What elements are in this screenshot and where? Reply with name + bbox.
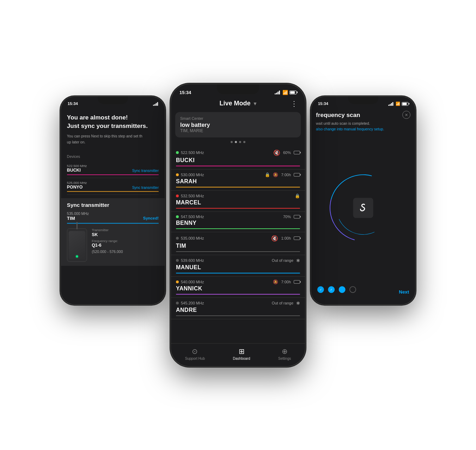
device-list: 522.500 MHz 🔇 60% BUCKI bbox=[171, 147, 305, 343]
status-dot-sarah bbox=[176, 173, 179, 176]
freq-scan-sub: wait until auto scan is completed. also … bbox=[311, 121, 415, 134]
device-row-yannick[interactable]: 540.000 MHz 🔕 7:00h YANNICK bbox=[171, 277, 305, 298]
left-phone: 15:34 You are almost done!Just sync your… bbox=[61, 97, 165, 304]
device-row-manuel[interactable]: 539.600 MHz Out of range ✱ MANUEL bbox=[171, 255, 305, 277]
close-button[interactable]: ✕ bbox=[402, 111, 410, 119]
device-row-bucki[interactable]: 522.500 MHz 🔇 60% BUCKI bbox=[171, 147, 305, 169]
step4 bbox=[349, 286, 356, 293]
devices-label: Devices bbox=[67, 155, 159, 159]
sync-row-ponyo: 525.000 MHz PONYO Sync transmitter bbox=[67, 178, 159, 195]
nav-settings[interactable]: ⊕ Settings bbox=[278, 347, 291, 360]
sync-panel-title: Sync transmitter bbox=[67, 202, 159, 208]
right-battery-icon bbox=[402, 102, 408, 105]
device-row-benny[interactable]: 547.500 MHz 70% BENNY bbox=[171, 212, 305, 232]
smart-center-banner[interactable]: Smart Center low battery TIM, MARIE bbox=[175, 112, 301, 137]
step3 bbox=[339, 286, 346, 293]
transmitter-info: Transmitter SK Frequency range: Q1-6 (52… bbox=[92, 228, 123, 254]
device-row-tim[interactable]: 535.000 MHz 🔇 1:00h TIM bbox=[171, 232, 305, 255]
battery-bucki bbox=[294, 151, 300, 154]
lock-icon-sarah: 🔒 bbox=[265, 172, 270, 177]
live-mode-title[interactable]: Live Mode ▼ bbox=[220, 100, 258, 107]
mute-icon-yannick: 🔕 bbox=[273, 279, 278, 284]
battery-tim bbox=[294, 236, 300, 240]
right-time: 15:34 bbox=[318, 101, 328, 106]
freq-scan-title: frequency scan bbox=[316, 111, 360, 118]
status-dot-bucki bbox=[176, 151, 179, 154]
step1: ✓ bbox=[317, 286, 324, 293]
mute-icon-sarah: 🔕 bbox=[273, 172, 278, 177]
right-wifi-icon: 📶 bbox=[396, 101, 400, 106]
sync-row-bucki: 522.500 MHz BUCKI Sync transmitter bbox=[67, 161, 159, 178]
mute-icon-bucki: 🔇 bbox=[273, 149, 280, 156]
status-dot-tim bbox=[176, 237, 179, 240]
freq-scan-header: frequency scan ✕ bbox=[311, 108, 415, 121]
status-dot-yannick bbox=[176, 281, 179, 283]
progress-steps: ✓ ✓ bbox=[317, 286, 356, 293]
device-row-sarah[interactable]: 530.000 MHz 🔒 🔕 7:00h SARAH bbox=[171, 169, 305, 191]
support-hub-icon: ⊙ bbox=[192, 347, 198, 356]
status-dot-manuel bbox=[176, 259, 179, 262]
settings-icon: ⊕ bbox=[282, 347, 288, 356]
right-phone: 15:34 📶 frequency scan ✕ bbox=[311, 97, 415, 304]
left-hero: You are almost done!Just sync your trans… bbox=[61, 108, 165, 151]
center-header: Live Mode ▼ ⋮ bbox=[171, 98, 305, 112]
mute-icon-tim: 🔇 bbox=[271, 235, 278, 242]
hero-title: You are almost done!Just sync your trans… bbox=[67, 113, 159, 130]
center-signal-icon bbox=[275, 91, 280, 94]
battery-yannick bbox=[294, 280, 300, 284]
status-dot-marcel bbox=[176, 195, 179, 197]
device-row-andre[interactable]: 545.200 MHz Out of range ✱ ANDRE bbox=[171, 298, 305, 319]
status-dot-benny bbox=[176, 215, 179, 218]
sennheiser-logo bbox=[353, 197, 373, 217]
right-bottom: ✓ ✓ Next bbox=[311, 281, 415, 304]
right-signal-icon bbox=[388, 102, 393, 105]
nav-dashboard[interactable]: ⊞ Dashboard bbox=[233, 347, 250, 360]
center-battery-icon bbox=[289, 91, 297, 94]
next-button[interactable]: Next bbox=[399, 289, 409, 294]
device-row-marcel[interactable]: 532.500 MHz 🔒 MARCEL bbox=[171, 191, 305, 212]
battery-benny bbox=[294, 215, 300, 218]
center-time: 15:34 bbox=[179, 90, 191, 95]
center-phone: 15:34 📶 Live bbox=[171, 84, 305, 366]
scan-visual bbox=[311, 134, 415, 281]
bottom-nav: ⊙ Support Hub ⊞ Dashboard ⊕ Settings bbox=[171, 343, 305, 366]
more-options-icon[interactable]: ⋮ bbox=[291, 99, 298, 108]
dropdown-arrow-icon[interactable]: ▼ bbox=[253, 101, 258, 106]
left-signal-icon bbox=[153, 102, 158, 105]
dashboard-icon: ⊞ bbox=[239, 347, 245, 356]
slide-dots bbox=[171, 141, 305, 143]
battery-sarah bbox=[294, 173, 300, 177]
transmitter-image bbox=[67, 228, 87, 262]
bluetooth-icon-andre: ✱ bbox=[296, 301, 300, 306]
nav-support[interactable]: ⊙ Support Hub bbox=[185, 347, 205, 360]
sync-transmitter-panel: Sync transmitter 535.000 MHz TIM Synced! bbox=[61, 198, 165, 266]
status-dot-andre bbox=[176, 302, 179, 304]
lock-icon-marcel: 🔒 bbox=[295, 193, 300, 198]
center-wifi-icon: 📶 bbox=[282, 90, 288, 95]
left-time: 15:34 bbox=[68, 101, 78, 106]
step2: ✓ bbox=[328, 286, 335, 293]
bluetooth-icon-manuel: ✱ bbox=[296, 258, 300, 263]
devices-section: Devices 522.500 MHz BUCKI Sync transmitt… bbox=[61, 151, 165, 198]
hero-sub: You can press Next to skip this step and… bbox=[67, 134, 159, 144]
